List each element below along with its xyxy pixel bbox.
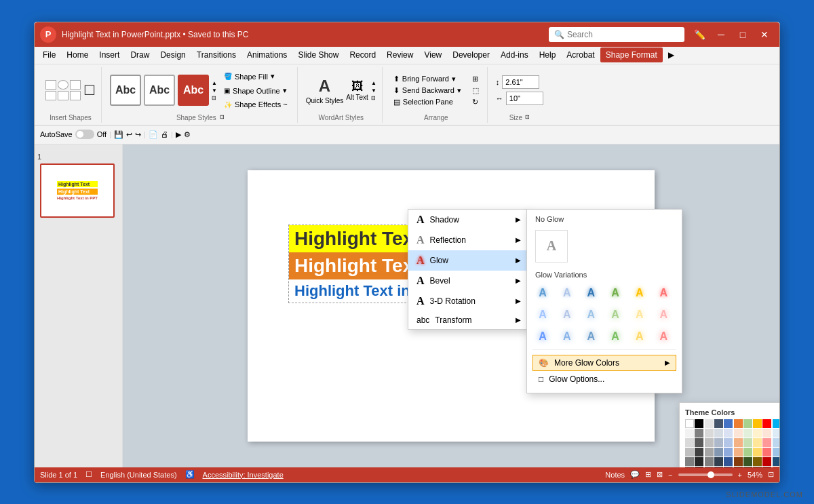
color-u1[interactable] — [685, 448, 694, 457]
color-t10[interactable] — [773, 429, 779, 438]
glow-swatch-11[interactable]: A — [629, 305, 650, 325]
zoom-level[interactable]: 54% — [748, 471, 762, 479]
comments-icon[interactable]: 💬 — [630, 470, 640, 479]
color-v6[interactable] — [734, 457, 743, 466]
color-s7[interactable] — [743, 438, 752, 447]
styles-up[interactable]: ▲ — [212, 80, 217, 86]
glow-swatch-17[interactable]: A — [629, 326, 650, 347]
menu-slideshow[interactable]: Slide Show — [292, 47, 344, 62]
search-bar[interactable]: 🔍 — [549, 27, 684, 42]
fit-slide-icon[interactable]: ⊡ — [768, 470, 774, 479]
shape-style-3[interactable]: Abc — [178, 75, 209, 106]
shape-line[interactable] — [45, 91, 56, 100]
color-black[interactable] — [695, 419, 703, 428]
glow-swatch-4[interactable]: A — [605, 283, 625, 303]
color-s6[interactable] — [734, 438, 743, 447]
shape-rect[interactable] — [45, 80, 56, 90]
send-backward-button[interactable]: ⬇ Send Backward ▾ — [391, 85, 464, 96]
color-u7[interactable] — [743, 448, 752, 457]
print-icon[interactable]: 🖨 — [161, 130, 168, 138]
color-v10[interactable] — [773, 457, 779, 466]
color-w3[interactable] — [705, 467, 714, 467]
color-s8[interactable] — [753, 438, 762, 447]
edit-shapes-icon[interactable]: ☐ — [83, 82, 96, 98]
menu-transitions[interactable]: Transitions — [191, 47, 241, 62]
color-t3[interactable] — [705, 429, 714, 438]
zoom-in-icon[interactable]: + — [738, 471, 742, 479]
shape-circle[interactable] — [58, 80, 69, 90]
color-v4[interactable] — [714, 457, 723, 466]
glow-swatch-14[interactable]: A — [557, 326, 577, 347]
color-w5[interactable] — [724, 467, 733, 467]
color-s1[interactable] — [685, 438, 694, 447]
menu-design[interactable]: Design — [155, 47, 191, 62]
glow-swatch-16[interactable]: A — [605, 326, 625, 347]
color-white[interactable] — [685, 419, 694, 428]
color-u2[interactable] — [695, 448, 703, 457]
styles-expand[interactable]: ⊟ — [212, 95, 217, 101]
shape-fill-button[interactable]: 🪣 Shape Fill ▾ — [220, 71, 292, 82]
height-input[interactable] — [502, 75, 539, 89]
glow-swatch-13[interactable]: A — [532, 326, 553, 347]
color-yellow[interactable] — [753, 419, 762, 428]
color-u3[interactable] — [705, 448, 714, 457]
present-icon[interactable]: ▶ — [176, 130, 181, 139]
color-w1[interactable] — [685, 467, 694, 467]
color-teal-selected[interactable] — [773, 467, 779, 467]
glow-swatch-7[interactable]: A — [532, 305, 553, 325]
color-s3[interactable] — [705, 438, 714, 447]
align-button[interactable]: ⊞ — [469, 74, 482, 84]
color-v3[interactable] — [705, 457, 714, 466]
wordart-expand[interactable]: ⊟ — [371, 95, 376, 101]
zoom-out-icon[interactable]: − — [668, 471, 672, 479]
shadow-item[interactable]: A Shadow ▶ — [408, 210, 529, 230]
color-t2[interactable] — [695, 429, 703, 438]
menu-help[interactable]: Help — [534, 47, 562, 62]
3d-rotation-item[interactable]: A 3-D Rotation ▶ — [408, 291, 529, 311]
menu-insert[interactable]: Insert — [94, 47, 125, 62]
size-launcher[interactable]: ⊡ — [525, 114, 530, 120]
color-blue[interactable] — [724, 419, 733, 428]
glow-options-item[interactable]: □ Glow Options... — [532, 371, 676, 387]
pen-icon[interactable]: ✏️ — [690, 26, 709, 43]
glow-swatch-15[interactable]: A — [581, 326, 601, 347]
menu-animations[interactable]: Animations — [241, 47, 292, 62]
menu-shape-format[interactable]: Shape Format — [600, 47, 663, 62]
shape-effects-button[interactable]: ✨ Shape Effects ~ — [220, 99, 292, 110]
color-t9[interactable] — [762, 429, 771, 438]
color-t5[interactable] — [724, 429, 733, 438]
glow-swatch-2[interactable]: A — [557, 283, 577, 303]
glow-item[interactable]: A Glow ▶ — [408, 250, 529, 271]
glow-swatch-6[interactable]: A — [653, 283, 674, 303]
menu-developer[interactable]: Developer — [447, 47, 495, 62]
glow-swatch-8[interactable]: A — [557, 305, 577, 325]
width-input[interactable] — [506, 92, 543, 105]
slide-thumbnail[interactable]: Highlight Text Highlight Text Highlight … — [40, 163, 115, 218]
color-u10[interactable] — [773, 448, 779, 457]
bevel-item[interactable]: A Bevel ▶ — [408, 271, 529, 291]
glow-swatch-10[interactable]: A — [605, 305, 625, 325]
shape-textbox[interactable] — [70, 91, 81, 100]
color-orange[interactable] — [734, 419, 743, 428]
wordart-down[interactable]: ▼ — [371, 88, 376, 94]
alt-text-button[interactable]: 🖼 Alt Text — [346, 79, 368, 101]
menu-file[interactable]: File — [37, 47, 61, 62]
glow-swatch-9[interactable]: A — [581, 305, 601, 325]
color-u5[interactable] — [724, 448, 733, 457]
maximize-button[interactable]: □ — [733, 26, 752, 43]
color-s5[interactable] — [724, 438, 733, 447]
shape-outline-button[interactable]: ▣ Shape Outline ▾ — [220, 85, 292, 96]
menu-home[interactable]: Home — [61, 47, 94, 62]
color-u9[interactable] — [762, 448, 771, 457]
color-cyan[interactable] — [773, 419, 779, 428]
shape-style-1[interactable]: Abc — [110, 75, 141, 106]
glow-swatch-5[interactable]: A — [629, 283, 650, 303]
minimize-button[interactable]: ─ — [712, 26, 731, 43]
color-gray1[interactable] — [705, 419, 714, 428]
color-t7[interactable] — [743, 429, 752, 438]
color-v2[interactable] — [695, 457, 703, 466]
glow-swatch-1[interactable]: A — [532, 283, 553, 303]
notes-button[interactable]: Notes — [605, 471, 625, 479]
close-button[interactable]: ✕ — [755, 26, 774, 43]
accessibility[interactable]: Accessibility: Investigate — [203, 471, 284, 479]
